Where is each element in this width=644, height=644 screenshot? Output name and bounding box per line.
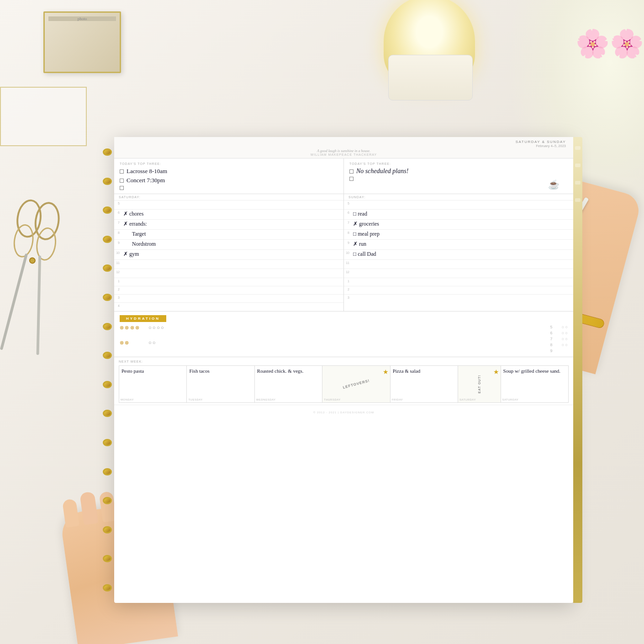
sunday-meal-label: SATURDAY (502, 398, 519, 401)
sat-row-1: 1 (114, 278, 343, 286)
svg-point-2 (12, 224, 35, 258)
hydration-cups-area: ⊗ ⊗ ⊗ ⊗ ⊗ ⊗ ○ ○ (120, 325, 568, 353)
saturday-eat-label: SATURDAY (459, 398, 476, 401)
saturday-schedule: SATURDAY: 5 6 ✗ chores 7 ✗ errands: 8 Ta… (114, 194, 344, 311)
meal-monday-text: Pesto pasta (121, 368, 184, 374)
saturday-item-2-text: Concert 7:30pm (127, 177, 165, 184)
sat-row-6: 6 ✗ chores (114, 210, 343, 220)
meal-tuesday-text: Fish tacos (189, 368, 252, 374)
sun-row-10: 10 □ call Dad (344, 250, 573, 260)
sun-row-9: 9 ✗ run (344, 240, 573, 250)
svg-point-0 (15, 199, 43, 238)
photo-frame: photo (43, 11, 121, 73)
meal-thursday: LEFTOVERS! ★ THURSDAY (322, 366, 390, 402)
sat-row-9: 9 Nordstrom (114, 240, 343, 250)
sunday-item-2 (349, 177, 568, 181)
meal-thursday-text: LEFTOVERS! (343, 379, 370, 390)
cup-row-1: ⊗ ⊗ (120, 325, 129, 338)
candle-area (384, 0, 484, 100)
next-week-section: NEXT WEEK: Pesto pasta MONDAY Fish tacos… (114, 357, 573, 405)
meal-saturday-eat-out: EAT OUT! ★ SATURDAY (458, 366, 501, 402)
sun-cup-6: ○ (153, 340, 156, 354)
sat-row-6-text: ✗ chores (121, 210, 343, 219)
planner-footer: © 2012 - 2021 | DAYDESIGNER.COM (114, 405, 573, 417)
sat-row-4: 4 (114, 303, 343, 311)
sun-row-9-text: ✗ run (350, 240, 573, 249)
sat-row-9-text: Nordstrom (121, 240, 343, 249)
sat-row-7: 7 ✗ errands: (114, 220, 343, 230)
sun-row-8: 8 □ meal prep (344, 230, 573, 240)
sun-cup-2: ○ (153, 325, 156, 338)
sat-row-5: 5 (114, 201, 343, 210)
cup-row-3: ⊗ ⊗ (120, 340, 129, 354)
meal-wednesday: Roasted chick. & vegs. WEDNESDAY (255, 366, 322, 402)
sunday-item-1-text: No scheduled plans! (356, 168, 408, 175)
cup-2: ⊗ (125, 325, 129, 338)
meal-friday: Pizza & salad FRIDAY (391, 366, 458, 402)
meal-monday: Pesto pasta MONDAY (119, 366, 187, 402)
sunday-label: SUNDAY: (344, 194, 573, 201)
svg-point-3 (35, 227, 57, 261)
sun-cup-3: ○ (157, 325, 160, 338)
saturday-star: ★ (493, 368, 499, 376)
saturday-item-2: Concert 7:30pm (120, 177, 338, 184)
hydration-label: HYDRATION (120, 315, 166, 322)
sun-cup-5: ○ (148, 340, 152, 354)
svg-point-6 (29, 258, 36, 264)
meal-grid: Pesto pasta MONDAY Fish tacos TUESDAY Ro… (119, 365, 569, 403)
thursday-star: ★ (383, 368, 389, 376)
sun-row-10-text: □ call Dad (350, 250, 573, 259)
cup-1: ⊗ (120, 325, 124, 338)
sat-row-12: 12 (114, 269, 343, 278)
footer-text: © 2012 - 2021 | DAYDESIGNER.COM (313, 411, 374, 414)
sunday-top-three-label: TODAY'S TOP THREE: (349, 162, 568, 165)
sun-row-7: 7 ✗ groceries (344, 220, 573, 230)
tuesday-label: TUESDAY (188, 398, 202, 401)
friday-label: FRIDAY (392, 398, 403, 401)
sun-row-11: 11 (344, 260, 573, 269)
saturday-item-1-text: Lacrosse 8-10am (127, 168, 167, 175)
sun-row-12: 12 (344, 269, 573, 278)
meal-sunday-text: Soup w/ grilled cheese sand. (503, 368, 566, 374)
meal-wednesday-text: Roasted chick. & vegs. (257, 368, 320, 374)
sat-row-7-text: ✗ errands: (121, 220, 343, 229)
saturday-top-three-label: TODAY'S TOP THREE: (120, 162, 338, 165)
thursday-label: THURSDAY (324, 398, 341, 401)
meal-sunday: Soup w/ grilled cheese sand. SATURDAY (501, 366, 568, 402)
sun-row-5: 5 (344, 201, 573, 210)
cup-row-2: ⊗ ⊗ (130, 325, 139, 338)
sat-row-8: 8 Target (114, 230, 343, 240)
planner-date-range: February 4–5, 2023 (516, 144, 566, 148)
saturday-item-3 (120, 186, 338, 190)
sat-row-8-text: Target (121, 230, 343, 239)
saturday-top-three: TODAY'S TOP THREE: Lacrosse 8-10am Conce… (114, 158, 344, 194)
sun-row-2: 2 (344, 286, 573, 295)
sun-row-8-text: □ meal prep (350, 230, 573, 239)
wednesday-label: WEDNESDAY (256, 398, 276, 401)
planner-date: SATURDAY & SUNDAY (516, 140, 566, 144)
gold-frame (0, 87, 87, 146)
sat-row-10-text: ✗ gym (121, 250, 343, 259)
planner-notebook: SATURDAY & SUNDAY February 4–5, 2023 A g… (114, 137, 573, 603)
sun-row-6-text: □ read (350, 210, 573, 219)
saturday-hydration-cups: ⊗ ⊗ ⊗ ⊗ ⊗ ⊗ (120, 325, 139, 353)
sun-row-7-text: ✗ groceries (350, 220, 573, 229)
sunday-hydration-cups: ○ ○ ○ ○ ○ ○ (148, 325, 164, 353)
svg-point-1 (33, 201, 61, 241)
sun-row-1: 1 (344, 278, 573, 286)
sun-cup-4: ○ (161, 325, 164, 338)
sun-cup-row-2: ○ ○ (157, 325, 164, 338)
next-week-label: NEXT WEEK: (119, 360, 569, 363)
sat-row-11: 11 (114, 260, 343, 269)
sunday-schedule: SUNDAY: 5 6 □ read 7 ✗ groceries 8 □ mea… (344, 194, 573, 311)
cup-5: ⊗ (120, 340, 124, 354)
cup-4: ⊗ (135, 325, 139, 338)
coffee-cup-doodle: ☕ (548, 179, 560, 190)
saturday-item-1: Lacrosse 8-10am (120, 168, 338, 175)
meal-saturday-eat-out-text: EAT OUT! (478, 375, 481, 394)
planner-header: SATURDAY & SUNDAY February 4–5, 2023 A g… (114, 137, 573, 158)
sun-cup-row-3: ○ ○ (148, 340, 155, 354)
planner-tab-strip (573, 137, 582, 603)
saturday-label: SATURDAY: (114, 194, 343, 201)
planner-quote: A good laugh is sunshine in a house. (121, 149, 566, 153)
